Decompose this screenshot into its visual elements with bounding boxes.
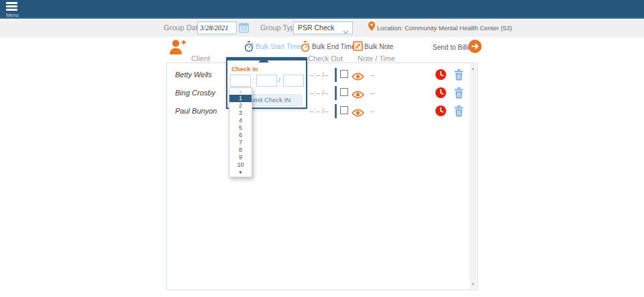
column-divider-bar: [335, 68, 337, 82]
add-person-icon: [169, 46, 187, 57]
note-value: --: [370, 66, 375, 84]
check-out-column-header: Check Out: [308, 54, 343, 62]
bulk-end-time-button[interactable]: Bulk End Time: [301, 41, 310, 55]
menu-button[interactable]: Menu: [5, 2, 22, 17]
trash-icon[interactable]: [454, 105, 464, 120]
hour-option[interactable]: 4: [229, 117, 252, 124]
minute-input[interactable]: [256, 75, 277, 87]
eye-icon[interactable]: [352, 108, 364, 120]
row-checkbox[interactable]: [340, 106, 348, 114]
arrow-right-circle-icon: [468, 40, 482, 56]
popup-pointer-triangle: [258, 52, 269, 62]
group-date-input[interactable]: [197, 22, 237, 34]
check-out-time: --:-- /--: [309, 66, 328, 84]
hour-option[interactable]: 10: [229, 161, 252, 169]
location-text: Location: Community Mental Health Center…: [377, 24, 512, 32]
client-name: Betty Wells: [175, 66, 212, 84]
bulk-start-time-button[interactable]: Bulk Start Time: [244, 41, 254, 55]
dropdown-down-arrow-icon[interactable]: ▼: [229, 169, 252, 177]
chevron-down-icon: [343, 26, 349, 38]
check-out-time: --:-- /--: [309, 84, 328, 102]
client-column-header: Client: [191, 54, 210, 62]
group-type-value: PSR Check: [298, 24, 334, 32]
note-value: --: [370, 102, 375, 120]
hour-option-selected[interactable]: 1: [229, 95, 252, 102]
trash-icon[interactable]: [454, 69, 464, 83]
bulk-note-button[interactable]: Bulk Note: [353, 41, 363, 54]
hour-option[interactable]: 9: [229, 154, 252, 161]
dropdown-up-arrow-icon[interactable]: ▲: [229, 88, 252, 95]
note-value: --: [370, 84, 375, 102]
stopwatch-icon: [244, 43, 254, 54]
alert-clock-icon[interactable]: [435, 87, 446, 101]
group-type-select[interactable]: PSR Check: [293, 22, 353, 34]
check-out-time: --:-- /--: [309, 102, 328, 120]
location-pin-icon: [368, 22, 375, 34]
eye-icon[interactable]: [352, 89, 364, 101]
hour-dropdown: ▲ 1 2 3 4 5 6 7 8 9 10 ▼: [229, 87, 252, 177]
hour-option[interactable]: 3: [229, 110, 252, 117]
hour-option[interactable]: 8: [229, 146, 252, 154]
hour-input[interactable]: [230, 75, 251, 87]
hour-option[interactable]: 6: [229, 132, 252, 139]
table-row: Betty Wells --:-- /-- --: [167, 66, 469, 84]
table-row: Paul Bunyon --:-- /-- --: [167, 102, 469, 120]
alert-clock-icon[interactable]: [435, 105, 446, 119]
stopwatch-icon: [301, 43, 310, 54]
eye-icon[interactable]: [352, 71, 364, 83]
hamburger-icon: [5, 2, 22, 11]
note-pencil-icon: [353, 42, 363, 53]
hour-option[interactable]: 5: [229, 124, 252, 132]
row-checkbox[interactable]: [340, 88, 348, 96]
table-row: Bing Crosby --:-- /-- --: [167, 84, 469, 102]
calendar-icon[interactable]: [239, 22, 249, 36]
scroll-down-arrow-icon[interactable]: ▼: [470, 281, 476, 288]
scroll-up-arrow-icon[interactable]: ▲: [470, 65, 476, 72]
row-checkbox[interactable]: [340, 70, 348, 78]
column-divider-bar: [335, 86, 337, 100]
group-session-page: Menu Group Date: Group Type: PSR Check L…: [0, 0, 644, 297]
trash-icon[interactable]: [454, 87, 464, 101]
hour-option[interactable]: 7: [229, 139, 252, 146]
check-in-title: Check In: [231, 65, 258, 73]
menu-label: Menu: [6, 12, 19, 18]
top-nav-bar: Menu: [0, 0, 644, 19]
hour-minute-separator: :: [252, 77, 254, 84]
ampm-input[interactable]: [283, 75, 304, 87]
bulk-end-time-label: Bulk End Time: [312, 43, 355, 50]
column-divider-bar: [335, 104, 337, 118]
client-name: Bing Crosby: [175, 84, 215, 102]
hour-option[interactable]: 2: [229, 102, 252, 110]
bulk-start-time-label: Bulk Start Time: [256, 43, 301, 50]
ampm-separator: /: [278, 77, 280, 84]
bulk-note-label: Bulk Note: [364, 43, 393, 50]
client-table: ▲ ▼ Betty Wells --:-- /-- --: [166, 62, 478, 290]
table-scrollbar[interactable]: ▲ ▼: [470, 64, 476, 289]
note-time-column-header: Note / Time: [358, 54, 395, 62]
client-name: Paul Bunyon: [175, 102, 217, 120]
add-client-button[interactable]: [169, 39, 187, 58]
alert-clock-icon[interactable]: [435, 69, 446, 83]
